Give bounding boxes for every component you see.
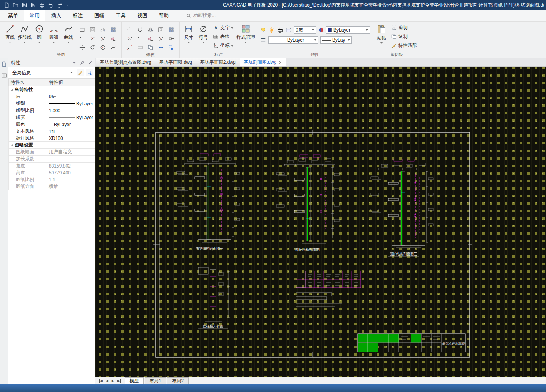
- cad-canvas[interactable]: 围护结构剖面图一 围护结构剖面图二 围护结构剖面图三: [95, 67, 546, 377]
- draw-extra-tool-3[interactable]: [109, 26, 117, 33]
- menu-tab-1[interactable]: 常用: [24, 10, 45, 21]
- next-sheet-button[interactable]: ▶: [112, 379, 114, 383]
- property-row-1-3[interactable]: 高度59779.400: [9, 169, 95, 176]
- modify-tool-0[interactable]: [125, 26, 134, 33]
- property-row-0-4[interactable]: 颜色ByLayer: [9, 121, 95, 128]
- object-selector[interactable]: 全局信息: [10, 69, 75, 76]
- document-tab-1[interactable]: 基坑平面图.dwg: [155, 58, 196, 66]
- draw-extra-tool-6[interactable]: [98, 35, 107, 42]
- modify-tool-7[interactable]: [146, 35, 155, 42]
- model-tab-2[interactable]: 布局2: [167, 377, 189, 384]
- lineweight-select[interactable]: ByLay: [320, 36, 352, 44]
- modify-tool-11[interactable]: [136, 43, 144, 51]
- property-row-0-5[interactable]: 文本风格1f1: [9, 128, 95, 135]
- side-tab-layers[interactable]: [1, 73, 7, 80]
- menu-tab-2[interactable]: 插入: [45, 10, 67, 21]
- modify-tool-5[interactable]: [125, 35, 134, 42]
- side-tab-properties[interactable]: [1, 61, 7, 69]
- clipboard-item-0[interactable]: 剪切: [391, 25, 417, 31]
- document-tab-3[interactable]: 基坑剖面图.dwg: [240, 58, 286, 66]
- draw-extra-tool-10[interactable]: [98, 43, 107, 51]
- document-tab-0[interactable]: 基坑监测测点布置图.dwg: [96, 58, 155, 66]
- property-row-1-0[interactable]: 图纸幅面用户自定义: [9, 149, 95, 156]
- modify-tool-14[interactable]: [167, 43, 175, 51]
- draw-tool-1[interactable]: 多段线: [17, 23, 32, 43]
- property-value[interactable]: 59779.400: [47, 169, 95, 176]
- undo-button[interactable]: [48, 2, 54, 8]
- draw-extra-tool-9[interactable]: [88, 43, 97, 51]
- drawing-viewport[interactable]: 围护结构剖面图一 围护结构剖面图二 围护结构剖面图三: [95, 67, 546, 377]
- panel-close-button[interactable]: [88, 61, 92, 65]
- property-group-row-1[interactable]: 图幅设置: [9, 142, 95, 149]
- property-value[interactable]: ByLayer: [47, 121, 95, 128]
- tab-close-button[interactable]: [278, 61, 282, 65]
- prev-sheet-button[interactable]: ◀: [106, 379, 108, 383]
- property-value[interactable]: [47, 156, 95, 163]
- property-value[interactable]: ByLayer: [47, 100, 95, 107]
- property-value[interactable]: 1.000: [47, 107, 95, 114]
- draw-extra-tool-7[interactable]: [109, 35, 117, 42]
- property-row-1-2[interactable]: 宽度83159.802: [9, 163, 95, 169]
- annotate-stack-item-1[interactable]: 表格: [213, 33, 233, 40]
- annotate-stack-item-0[interactable]: 文字: [213, 25, 233, 31]
- panel-menu-button[interactable]: [72, 61, 77, 65]
- first-sheet-button[interactable]: ◀: [99, 379, 103, 383]
- modify-tool-2[interactable]: [146, 26, 155, 33]
- property-row-0-1[interactable]: 线型ByLayer: [9, 100, 95, 107]
- pick-object-button[interactable]: [86, 69, 93, 76]
- property-group-row-0[interactable]: 当前特性: [9, 86, 95, 93]
- modify-tool-13[interactable]: [156, 43, 165, 51]
- paste-button[interactable]: 粘贴: [374, 23, 389, 44]
- layer-select[interactable]: 0层: [294, 26, 316, 34]
- layer-list-button[interactable]: [260, 37, 266, 43]
- color-picker-button[interactable]: [318, 27, 324, 33]
- modify-tool-10[interactable]: [125, 43, 134, 51]
- annotate-tool-0[interactable]: 尺寸: [181, 23, 196, 43]
- annotate-stack-item-2[interactable]: 坐标: [213, 42, 233, 49]
- draw-extra-tool-0[interactable]: [78, 26, 86, 33]
- model-tab-0[interactable]: 模型: [125, 377, 144, 384]
- layer-freeze-button[interactable]: [268, 27, 275, 33]
- draw-extra-tool-2[interactable]: [98, 26, 107, 33]
- model-tab-1[interactable]: 布局1: [145, 377, 166, 384]
- redo-button[interactable]: [57, 2, 63, 8]
- property-row-0-3[interactable]: 线宽ByLayer: [9, 114, 95, 121]
- clipboard-item-2[interactable]: 特性匹配: [391, 42, 417, 49]
- property-row-1-5[interactable]: 图纸方向横放: [9, 183, 95, 190]
- draw-extra-tool-11[interactable]: [109, 43, 117, 51]
- property-row-1-1[interactable]: 加长系数: [9, 156, 95, 163]
- function-search[interactable]: 功能搜索...: [186, 10, 216, 21]
- menu-tab-5[interactable]: 工具: [110, 10, 132, 21]
- modify-tool-8[interactable]: [156, 35, 165, 42]
- annotate-tool-1[interactable]: 符号: [196, 23, 211, 43]
- last-sheet-button[interactable]: ▶: [117, 379, 121, 383]
- open-file-button[interactable]: [13, 2, 18, 8]
- menu-tab-6[interactable]: 视图: [132, 10, 153, 21]
- modify-tool-1[interactable]: [136, 26, 144, 33]
- property-value[interactable]: XD100: [47, 135, 95, 142]
- color-select[interactable]: ByLayer: [326, 26, 370, 34]
- draw-extra-tool-8[interactable]: [78, 43, 86, 51]
- property-value[interactable]: 横放: [47, 183, 95, 190]
- property-row-1-4[interactable]: 图纸比例1:1: [9, 176, 95, 183]
- save-as-button[interactable]: [30, 2, 36, 8]
- property-value[interactable]: ByLayer: [47, 114, 95, 121]
- modify-tool-6[interactable]: [136, 35, 144, 42]
- property-value[interactable]: 1f1: [47, 128, 95, 135]
- style-manager-button[interactable]: 样式管理: [236, 23, 256, 43]
- draw-extra-tool-1[interactable]: [88, 26, 97, 33]
- draw-tool-3[interactable]: 圆弧: [47, 23, 61, 43]
- modify-tool-3[interactable]: [156, 26, 165, 33]
- property-value[interactable]: 83159.802: [47, 163, 95, 169]
- customize-toolbar-button[interactable]: [66, 3, 70, 7]
- draw-extra-tool-5[interactable]: [88, 35, 97, 42]
- draw-extra-tool-4[interactable]: [78, 35, 86, 42]
- modify-tool-12[interactable]: [146, 43, 155, 51]
- document-tab-2[interactable]: 基坑平面图2.dwg: [196, 58, 240, 66]
- property-value[interactable]: 1:1: [47, 176, 95, 183]
- draw-tool-2[interactable]: 圆: [32, 23, 47, 43]
- clipboard-item-1[interactable]: 复制: [391, 33, 417, 40]
- menu-tab-4[interactable]: 图幅: [88, 10, 110, 21]
- property-row-0-2[interactable]: 线型比例1.000: [9, 107, 95, 114]
- draw-tool-4[interactable]: 曲线: [61, 23, 76, 43]
